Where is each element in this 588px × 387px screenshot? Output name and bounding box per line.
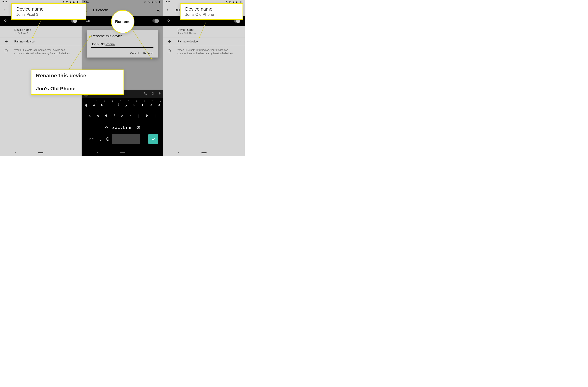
- signal-icon: [154, 1, 157, 3]
- status-time: 7:20: [2, 1, 7, 4]
- space-key[interactable]: [112, 134, 140, 144]
- svg-rect-9: [159, 1, 160, 3]
- pair-new-device-row[interactable]: Pair new device: [163, 38, 245, 46]
- key-u[interactable]: u7: [131, 100, 138, 110]
- info-row: When Bluetooth is turned on, your device…: [0, 46, 82, 58]
- toggle-label: On: [86, 19, 90, 22]
- pair-label: Pair new device: [14, 40, 77, 43]
- symbols-key[interactable]: ?123: [86, 134, 97, 144]
- signal-icon: [236, 1, 239, 3]
- phone-icon[interactable]: [144, 92, 147, 96]
- search-icon[interactable]: [156, 8, 160, 12]
- cancel-button[interactable]: Cancel: [130, 52, 139, 55]
- comma-key[interactable]: ,: [97, 134, 104, 144]
- enter-key[interactable]: [148, 134, 158, 144]
- pair-new-device-row[interactable]: Pair new device: [0, 38, 82, 46]
- svg-rect-12: [152, 92, 153, 95]
- info-row: When Bluetooth is turned on, your device…: [163, 46, 245, 58]
- dialog-input[interactable]: Jon's Old Phone: [91, 42, 153, 48]
- emoji-key[interactable]: [105, 134, 111, 144]
- toggle-label: On: [168, 19, 171, 22]
- svg-point-16: [108, 139, 108, 139]
- key-c[interactable]: c: [118, 122, 120, 133]
- key-s[interactable]: s: [94, 111, 102, 121]
- period-key[interactable]: .: [141, 134, 147, 144]
- device-icon[interactable]: [149, 92, 157, 96]
- backspace-key[interactable]: [133, 122, 144, 133]
- key-m[interactable]: m: [129, 122, 132, 133]
- key-y[interactable]: y6: [123, 100, 130, 110]
- key-f[interactable]: f: [110, 111, 118, 121]
- pair-label: Pair new device: [177, 40, 240, 43]
- wifi-icon: [151, 1, 153, 3]
- key-d[interactable]: d: [102, 111, 110, 121]
- toggle-switch[interactable]: [152, 19, 159, 22]
- status-bar: 7:20: [82, 0, 163, 4]
- phone-pane-3: 7:28 Bluetooth On Device name Jon's Old …: [163, 0, 245, 156]
- key-q[interactable]: q1: [82, 100, 90, 110]
- battery-icon: [77, 1, 79, 3]
- battery-icon: [240, 1, 242, 3]
- alarm-icon: [225, 1, 228, 3]
- info-icon: [4, 49, 8, 53]
- callout-rename-dialog: Rename this device Jon's Old Phone: [31, 69, 124, 95]
- key-e[interactable]: e3: [98, 100, 106, 110]
- key-x[interactable]: x: [115, 122, 117, 133]
- dialog-actions: Cancel Rename: [91, 52, 153, 55]
- key-v[interactable]: v: [121, 122, 123, 133]
- key-i[interactable]: i8: [139, 100, 146, 110]
- key-w[interactable]: w2: [90, 100, 98, 110]
- key-b[interactable]: b: [123, 122, 125, 133]
- alarm-icon: [62, 1, 65, 3]
- key-o[interactable]: o9: [147, 100, 154, 110]
- battery-icon: [158, 1, 161, 3]
- nav-back-icon[interactable]: [177, 151, 180, 154]
- svg-rect-3: [78, 1, 78, 1]
- callout-device-name-before: Device name Jon's Pixel 3: [11, 3, 86, 20]
- key-z[interactable]: z: [112, 122, 114, 133]
- info-text: When Bluetooth is turned on, your device…: [177, 48, 240, 55]
- nav-home-pill[interactable]: [38, 152, 43, 153]
- content: Device name Jon's Old Phone Pair new dev…: [163, 26, 245, 58]
- shift-key[interactable]: [101, 122, 112, 133]
- svg-rect-19: [241, 1, 241, 3]
- dialog-title: Rename this device: [91, 34, 153, 38]
- wifi-icon: [232, 1, 235, 3]
- status-icons: [62, 1, 79, 3]
- device-name-row[interactable]: Device name Jon's Old Phone: [163, 26, 245, 38]
- svg-rect-13: [159, 92, 160, 94]
- mic-icon[interactable]: [158, 92, 161, 96]
- svg-rect-2: [77, 1, 78, 3]
- key-r[interactable]: r4: [106, 100, 114, 110]
- alarm-icon: [144, 1, 146, 3]
- key-p[interactable]: p0: [155, 100, 162, 110]
- key-n[interactable]: n: [126, 122, 128, 133]
- rename-dialog: Rename this device Jon's Old Phone Cance…: [86, 30, 158, 58]
- keyboard: q1w2e3r4t5y6u7i8o9p0 asdfghjkl zxcvbnm ?…: [82, 98, 163, 149]
- nav-back-icon[interactable]: [14, 151, 17, 154]
- svg-rect-10: [159, 1, 160, 1]
- nav-bar: [0, 149, 82, 156]
- wifi-icon: [69, 1, 72, 3]
- dnd-icon: [229, 1, 231, 3]
- key-l[interactable]: l: [151, 111, 159, 121]
- device-name-value: Jon's Pixel 3: [14, 32, 77, 35]
- back-icon[interactable]: [166, 8, 170, 12]
- key-a[interactable]: a: [86, 111, 93, 121]
- nav-home-pill[interactable]: [202, 152, 207, 153]
- key-g[interactable]: g: [119, 111, 126, 121]
- callout-rename-circle: Rename: [111, 10, 134, 33]
- rename-button[interactable]: Rename: [143, 52, 153, 55]
- back-icon[interactable]: [3, 8, 7, 12]
- key-k[interactable]: k: [143, 111, 151, 121]
- status-icons: [225, 1, 242, 3]
- svg-point-15: [107, 139, 107, 139]
- dnd-icon: [66, 1, 68, 3]
- nav-home-pill[interactable]: [120, 152, 125, 153]
- key-j[interactable]: j: [135, 111, 143, 121]
- nav-collapse-icon[interactable]: [96, 151, 99, 154]
- device-name-row[interactable]: Device name Jon's Pixel 3: [0, 26, 82, 38]
- key-h[interactable]: h: [127, 111, 134, 121]
- info-icon: [168, 49, 171, 53]
- key-t[interactable]: t5: [115, 100, 122, 110]
